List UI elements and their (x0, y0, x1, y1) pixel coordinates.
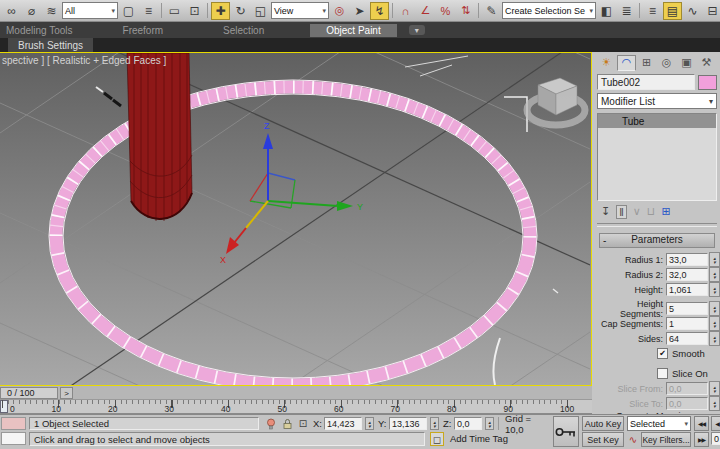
set-key-button[interactable]: Set Key (582, 432, 624, 447)
reference-coordinate-dropdown[interactable]: View ▾ (271, 2, 329, 19)
hierarchy-tab-icon[interactable]: ⊞ (637, 55, 656, 71)
sides-field[interactable]: 64 (666, 332, 708, 345)
manage-layers-icon[interactable]: ≡ (643, 2, 662, 20)
keyboard-override-toggle-icon[interactable]: ↯ (370, 2, 389, 20)
display-tab-icon[interactable]: ▣ (677, 55, 696, 71)
tab-freeform[interactable]: Freeform (113, 24, 174, 37)
z-coord-field[interactable]: 0,0 (454, 417, 482, 430)
height-spinner[interactable]: ▴▾ (709, 282, 720, 297)
sides-spinner[interactable]: ▴▾ (709, 331, 720, 346)
key-filters-button[interactable]: Key Filters... (641, 432, 691, 447)
parameters-rollout-header[interactable]: - Parameters (599, 233, 715, 248)
motion-tab-icon[interactable]: ◎ (657, 55, 676, 71)
curve-editor-icon[interactable]: ∿ (683, 2, 702, 20)
key-mode-dropdown[interactable]: Selected ▾ (627, 416, 691, 431)
make-unique-icon[interactable]: ∨ (633, 205, 641, 218)
tab-selection[interactable]: Selection (213, 24, 274, 37)
go-to-end-button[interactable]: ▶▶ (694, 432, 709, 447)
window-crossing-icon[interactable]: ⊡ (185, 2, 204, 20)
utilities-tab-icon[interactable]: ⚒ (697, 55, 716, 71)
height-field[interactable]: 1,061 (666, 283, 708, 296)
spin-down-icon[interactable]: ▾ (713, 275, 716, 279)
y-spinner[interactable]: ▴▾ (430, 417, 439, 430)
spin-down-icon[interactable]: ▾ (713, 324, 716, 328)
unlink-selection-icon[interactable]: ⌀ (22, 2, 41, 20)
modify-tab-icon[interactable]: ◠ (617, 55, 636, 71)
tab-modeling-tools[interactable]: Modeling Tools (0, 24, 83, 37)
use-pivot-point-center-icon[interactable]: ◎ (330, 2, 349, 20)
default-in-out-tangents-icon[interactable]: ∿ (626, 432, 640, 447)
spin-down-icon[interactable]: ▾ (713, 309, 716, 313)
select-and-move-icon[interactable]: ✚ (211, 2, 230, 20)
maxscript-mini-listener-white[interactable] (1, 432, 26, 445)
viewcube[interactable] (527, 78, 585, 125)
select-and-rotate-icon[interactable]: ↻ (231, 2, 250, 20)
next-frame-button[interactable]: > (60, 387, 73, 399)
spinner-snap-toggle-icon[interactable]: ⇅ (456, 2, 475, 20)
auto-key-button[interactable]: Auto Key (582, 416, 624, 431)
x-coord-field[interactable]: 14,423 (324, 417, 362, 430)
modifier-stack[interactable]: Tube (597, 113, 717, 201)
snaps-toggle-3d-icon[interactable]: ∩ (396, 2, 415, 20)
spin-down-icon[interactable]: ▾ (368, 424, 371, 428)
stack-item-tube[interactable]: Tube (598, 114, 716, 128)
smooth-checkbox[interactable]: ✔ (657, 348, 668, 359)
height-segments-spinner[interactable]: ▴▾ (709, 301, 720, 316)
x-spinner[interactable]: ▴▾ (365, 417, 374, 430)
time-slider-handle[interactable]: 0 / 100 (0, 387, 58, 399)
mirror-icon[interactable]: ◧ (597, 2, 616, 20)
tube-ring-object[interactable] (49, 80, 537, 385)
align-icon[interactable]: ≣ (617, 2, 636, 20)
show-end-result-icon[interactable]: ‖ (616, 205, 627, 219)
isolate-selection-icon[interactable] (264, 417, 278, 430)
spin-down-icon[interactable]: ▾ (713, 260, 716, 264)
radius2-field[interactable]: 32,0 (666, 268, 708, 281)
viewport-label[interactable]: spective ] [ Realistic + Edged Faces ] (2, 55, 166, 66)
cap-segments-field[interactable]: 1 (666, 317, 708, 330)
radius1-field[interactable]: 33,0 (666, 253, 708, 266)
tab-object-paint[interactable]: Object Paint (310, 24, 396, 37)
configure-modifier-sets-icon[interactable]: ⊞ (661, 205, 670, 218)
radius1-spinner[interactable]: ▴▾ (709, 252, 720, 267)
height-segments-field[interactable]: 5 (666, 302, 708, 315)
object-name-field[interactable]: Tube002 (597, 74, 695, 90)
maxscript-mini-listener-pink[interactable] (1, 417, 26, 430)
select-and-link-icon[interactable]: ∞ (2, 2, 21, 20)
absolute-offset-toggle-icon[interactable]: ⊡ (296, 417, 310, 430)
cap-segments-spinner[interactable]: ▴▾ (709, 316, 720, 331)
select-and-manipulate-icon[interactable]: ➤ (350, 2, 369, 20)
remove-modifier-icon[interactable]: ⊔ (647, 205, 656, 218)
move-gizmo[interactable]: Z Y X (220, 121, 363, 265)
rectangular-selection-region-icon[interactable]: ▭ (165, 2, 184, 20)
ribbon-menu-icon[interactable]: ▾ (409, 25, 425, 35)
modifier-list-dropdown[interactable]: Modifier List ▾ (597, 93, 717, 109)
previous-frame-button[interactable]: ◀ (711, 416, 720, 431)
graphite-modeling-tools-icon[interactable]: ▤ (663, 2, 682, 20)
spin-down-icon[interactable]: ▾ (713, 290, 716, 294)
time-slider-track[interactable]: 0 / 100 > (0, 386, 592, 400)
edit-named-selection-sets-icon[interactable]: ✎ (482, 2, 501, 20)
perspective-viewport[interactable]: spective ] [ Realistic + Edged Faces ] (0, 52, 592, 386)
spin-down-icon[interactable]: ▾ (433, 424, 436, 428)
tab-brush-settings[interactable]: Brush Settings (8, 38, 93, 52)
create-tab-icon[interactable]: ☀ (597, 55, 616, 71)
selection-filter-dropdown[interactable]: All ▾ (62, 2, 118, 19)
bind-to-space-warp-icon[interactable]: ≋ (42, 2, 61, 20)
object-color-swatch[interactable] (698, 75, 717, 90)
named-selection-sets-dropdown[interactable]: Create Selection Se ▾ (502, 2, 596, 19)
set-keys-button[interactable] (553, 416, 579, 447)
current-frame-field[interactable]: 0 (711, 432, 720, 445)
spin-down-icon[interactable]: ▾ (488, 424, 491, 428)
z-spinner[interactable]: ▴▾ (485, 417, 494, 430)
track-bar[interactable]: 0102030405060708090100 (0, 400, 592, 414)
spin-down-icon[interactable]: ▾ (713, 339, 716, 343)
select-object-icon[interactable]: ▢ (119, 2, 138, 20)
y-coord-field[interactable]: 13,136 (389, 417, 427, 430)
radius2-spinner[interactable]: ▴▾ (709, 267, 720, 282)
go-to-start-button[interactable]: ◀◀ (694, 416, 709, 431)
angle-snap-toggle-icon[interactable]: ∠ (416, 2, 435, 20)
selection-lock-icon[interactable] (280, 417, 294, 430)
adaptive-degradation-icon[interactable]: ◻ (430, 432, 444, 446)
slice-on-checkbox[interactable] (657, 368, 668, 379)
select-and-scale-icon[interactable]: ◱ (251, 2, 270, 20)
